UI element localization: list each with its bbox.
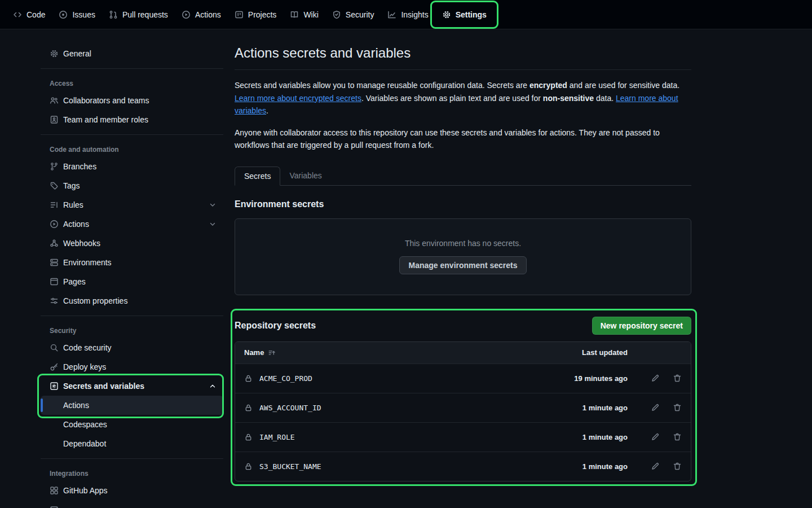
sidebar-subitem-dependabot[interactable]: Dependabot [41, 434, 223, 453]
tab-label: Code [27, 10, 45, 19]
sidebar-item-custom-properties[interactable]: Custom properties [41, 291, 223, 310]
tab-label: Pull requests [122, 10, 168, 19]
delete-secret-button[interactable] [673, 403, 682, 412]
browser-icon [50, 277, 59, 286]
tab-code[interactable]: Code [8, 6, 50, 23]
chevron-down-icon [209, 201, 217, 209]
sidebar-item-label: Environments [63, 258, 112, 267]
section-title-security: Security [41, 321, 223, 338]
secret-name-cell: S3_BUCKET_NAME [244, 462, 543, 471]
divider [235, 69, 691, 70]
sidebar-subitem-label: Codespaces [63, 420, 107, 429]
intro-text: data. [594, 94, 616, 103]
tab-variables[interactable]: Variables [280, 167, 330, 186]
tab-pull-requests[interactable]: Pull requests [104, 6, 173, 23]
divider [41, 458, 223, 459]
tab-label: Actions [195, 10, 221, 19]
delete-secret-button[interactable] [673, 432, 682, 441]
table-row: S3_BUCKET_NAME 1 minute ago [235, 452, 691, 481]
delete-secret-button[interactable] [673, 374, 682, 383]
sidebar-item-secrets-and-variables[interactable]: Secrets and variables [41, 376, 223, 396]
divider [41, 134, 223, 135]
tab-secrets[interactable]: Secrets [235, 167, 280, 186]
sidebar-item-webhooks[interactable]: Webhooks [41, 234, 223, 253]
sidebar-item-github-apps[interactable]: GitHub Apps [41, 481, 223, 500]
trash-icon [673, 403, 682, 412]
repository-secrets-table: Name Last updated ACME_CO_PROD 19 minute… [235, 341, 691, 481]
sidebar-item-tags[interactable]: Tags [41, 176, 223, 195]
tab-wiki[interactable]: Wiki [285, 6, 323, 23]
edit-secret-button[interactable] [651, 374, 660, 383]
tab-projects[interactable]: Projects [230, 6, 282, 23]
tab-actions[interactable]: Actions [176, 6, 226, 23]
link-encrypted-secrets[interactable]: Learn more about encrypted secrets [235, 94, 361, 103]
graph-icon [387, 10, 396, 19]
column-label: Name [244, 348, 264, 357]
sidebar-item-team-roles[interactable]: Team and member roles [41, 110, 223, 129]
settings-sidebar: General Access Collaborators and teams T… [0, 29, 223, 508]
edit-secret-button[interactable] [651, 432, 660, 441]
sidebar-subitem-actions[interactable]: Actions [41, 396, 223, 415]
sidebar-item-partial[interactable] [41, 500, 223, 508]
tab-settings[interactable]: Settings [437, 6, 492, 23]
secret-name: ACME_CO_PROD [259, 374, 312, 383]
key-icon [50, 362, 59, 371]
repository-secrets-header: Repository secrets New repository secret [235, 317, 691, 335]
column-header-name[interactable]: Name [244, 348, 543, 357]
intro-bold-non-sensitive: non-sensitive [543, 94, 594, 103]
last-updated-cell: 1 minute ago [543, 404, 628, 412]
sidebar-item-environments[interactable]: Environments [41, 253, 223, 272]
manage-environment-secrets-button[interactable]: Manage environment secrets [399, 256, 527, 274]
intro-text: . Variables are shown as plain text and … [361, 94, 543, 103]
secret-name-cell: ACME_CO_PROD [244, 374, 543, 383]
table-row: ACME_CO_PROD 19 minutes ago [235, 364, 691, 393]
table-row: IAM_ROLE 1 minute ago [235, 422, 691, 452]
tab-insights[interactable]: Insights [382, 6, 433, 23]
chevron-down-icon [209, 220, 217, 228]
edit-secret-button[interactable] [651, 403, 660, 412]
new-repository-secret-button[interactable]: New repository secret [592, 317, 691, 335]
sidebar-item-label: Collaborators and teams [63, 96, 149, 105]
row-actions [628, 432, 682, 441]
gear-icon [50, 49, 59, 58]
sidebar-item-actions[interactable]: Actions [41, 214, 223, 234]
sidebar-item-code-security[interactable]: Code security [41, 338, 223, 357]
shield-icon [332, 10, 341, 19]
play-circle-icon [50, 220, 59, 229]
projects-icon [235, 10, 244, 19]
secret-name: AWS_ACCOUNT_ID [259, 404, 321, 412]
repository-secrets-section: Repository secrets New repository secret… [235, 317, 691, 481]
tag-icon [50, 181, 59, 190]
secret-name: IAM_ROLE [259, 433, 295, 441]
sidebar-item-pages[interactable]: Pages [41, 272, 223, 291]
section-title-access: Access [41, 74, 223, 91]
lock-icon [244, 433, 253, 441]
lock-icon [244, 374, 253, 383]
delete-secret-button[interactable] [673, 462, 682, 471]
sort-asc-icon [268, 349, 276, 357]
intro-text: and are used for sensitive data. [567, 81, 679, 90]
tab-issues[interactable]: Issues [54, 6, 100, 23]
sidebar-item-label: Secrets and variables [63, 382, 144, 391]
edit-secret-button[interactable] [651, 462, 660, 471]
sidebar-item-rules[interactable]: Rules [41, 195, 223, 214]
row-actions [628, 374, 682, 383]
people-icon [50, 96, 59, 105]
tab-security[interactable]: Security [327, 6, 379, 23]
sidebar-item-branches[interactable]: Branches [41, 157, 223, 176]
sidebar-item-collaborators[interactable]: Collaborators and teams [41, 91, 223, 110]
last-updated-cell: 1 minute ago [543, 433, 628, 441]
sidebar-subitem-codespaces[interactable]: Codespaces [41, 415, 223, 434]
tab-label: Settings [456, 10, 487, 19]
rules-icon [50, 200, 59, 209]
sidebar-item-label: Actions [63, 220, 89, 229]
sidebar-item-deploy-keys[interactable]: Deploy keys [41, 357, 223, 376]
sidebar-subitem-label: Dependabot [63, 439, 106, 448]
sidebar-item-general[interactable]: General [41, 44, 223, 63]
server-icon [50, 258, 59, 267]
intro-paragraph: Secrets and variables allow you to manag… [235, 79, 691, 117]
tab-label: Wiki [303, 10, 318, 19]
pencil-icon [651, 403, 660, 412]
lock-icon [244, 404, 253, 412]
page-title: Actions secrets and variables [235, 44, 691, 62]
